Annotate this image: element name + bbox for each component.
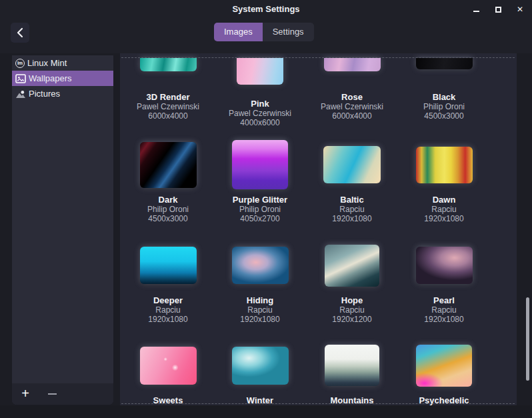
sidebar-item-wallpapers[interactable]: Wallpapers <box>12 71 113 86</box>
view-tabs: Images Settings <box>214 23 314 41</box>
wallpaper-thumbnail[interactable] <box>140 58 197 71</box>
wallpaper-item[interactable]: BlackPhilip Oroni4500x3000 <box>398 53 490 139</box>
close-button[interactable]: ✕ <box>515 4 525 15</box>
wallpaper-thumbnail[interactable] <box>140 247 197 284</box>
wallpaper-thumbnail[interactable] <box>324 58 381 71</box>
wallpaper-row: DeeperRapciu1920x1080HidingRapciu1920x10… <box>122 240 490 340</box>
wallpaper-item[interactable]: PinkPawel Czerwinski4000x6000 <box>214 53 306 139</box>
wallpaper-item[interactable]: Sweets <box>122 340 214 405</box>
wallpaper-author: Rapciu <box>339 305 364 315</box>
wallpaper-resolution: 1920x1080 <box>240 315 279 324</box>
wallpaper-resolution: 1920x1080 <box>424 315 463 324</box>
wallpaper-resolution: 1920x1080 <box>424 214 463 223</box>
minimize-icon <box>473 11 479 12</box>
wallpaper-item[interactable]: HidingRapciu1920x1080 <box>214 240 306 340</box>
wallpaper-author: Philip Oroni <box>147 205 189 214</box>
scroll-edge-indicator-bottom <box>121 403 515 404</box>
wallpaper-thumbnail[interactable] <box>325 345 379 386</box>
thumbnail-zone <box>232 340 289 391</box>
sidebar-item-label: Wallpapers <box>29 73 72 83</box>
wallpapers-icon <box>15 74 26 83</box>
thumbnail-zone <box>140 340 197 391</box>
wallpaper-resolution: 4500x3000 <box>424 111 463 121</box>
wallpaper-item[interactable]: Winter <box>214 340 306 405</box>
wallpaper-name: Pink <box>251 99 269 109</box>
sidebar-toolbar: + <box>12 383 113 405</box>
wallpaper-author: Philip Oroni <box>423 102 465 111</box>
wallpaper-thumbnail[interactable] <box>232 247 289 284</box>
thumbnail-zone <box>140 240 197 291</box>
pictures-icon <box>15 89 26 99</box>
wallpaper-row: 3D RenderPawel Czerwinski6000x4000PinkPa… <box>122 53 490 139</box>
wallpaper-author: Philip Oroni <box>239 205 281 214</box>
wallpaper-name: Pearl <box>433 295 455 305</box>
wallpaper-name: Deeper <box>153 295 183 305</box>
wallpaper-item[interactable]: DawnRapciu1920x1080 <box>398 139 490 240</box>
wallpaper-name: Rose <box>341 92 363 102</box>
wallpaper-item[interactable]: HopeRapciu1920x1200 <box>306 240 398 340</box>
wallpaper-thumbnail[interactable] <box>237 58 283 85</box>
wallpaper-item[interactable]: DeeperRapciu1920x1080 <box>122 240 214 340</box>
wallpaper-thumbnail[interactable] <box>323 146 381 183</box>
wallpaper-name: Dark <box>159 195 178 205</box>
wallpaper-row: SweetsWinterMountainsPsychedelic <box>122 340 490 405</box>
window-bottom-edge <box>0 405 532 418</box>
wallpaper-item[interactable]: PearlRapciu1920x1080 <box>398 240 490 340</box>
wallpaper-item[interactable]: Psychedelic <box>398 340 490 405</box>
wallpaper-grid-viewport: 3D RenderPawel Czerwinski6000x4000PinkPa… <box>120 53 517 405</box>
wallpaper-name: Black <box>433 92 456 102</box>
wallpaper-item[interactable]: DarkPhilip Oroni4500x3000 <box>122 139 214 240</box>
wallpaper-author: Pawel Czerwinski <box>229 109 291 118</box>
thumbnail-zone <box>140 58 197 87</box>
wallpaper-thumbnail[interactable] <box>140 347 197 385</box>
minimize-button[interactable] <box>471 4 481 15</box>
maximize-button[interactable] <box>493 4 503 15</box>
sidebar: lm Linux Mint Wallpapers Pictures <box>12 55 113 405</box>
thumbnail-zone <box>232 240 289 291</box>
wallpaper-thumbnail[interactable] <box>416 247 473 284</box>
thumbnail-zone <box>416 139 473 190</box>
tab-settings[interactable]: Settings <box>263 23 314 41</box>
wallpaper-resolution: 6000x4000 <box>332 111 371 121</box>
headerbar: Images Settings <box>0 19 532 53</box>
thumbnail-zone <box>323 139 381 190</box>
wallpaper-thumbnail[interactable] <box>232 140 288 189</box>
wallpaper-resolution: 4000x6000 <box>240 118 279 127</box>
wallpaper-author: Rapciu <box>247 305 272 315</box>
tab-images[interactable]: Images <box>214 23 263 41</box>
add-folder-button[interactable]: + <box>12 383 39 405</box>
wallpaper-author: Rapciu <box>339 205 364 214</box>
wallpaper-item[interactable]: Mountains <box>306 340 398 405</box>
sidebar-item-label: Pictures <box>29 89 60 99</box>
sidebar-item-pictures[interactable]: Pictures <box>12 86 113 101</box>
sidebar-item-linux-mint[interactable]: lm Linux Mint <box>12 55 113 71</box>
thumbnail-zone <box>325 340 379 391</box>
wallpaper-thumbnail[interactable] <box>416 147 473 183</box>
wallpaper-thumbnail[interactable] <box>232 347 289 385</box>
thumbnail-zone <box>325 240 379 291</box>
close-icon: ✕ <box>517 4 523 15</box>
wallpaper-resolution: 1920x1200 <box>332 315 371 324</box>
wallpaper-name: Hiding <box>247 295 273 305</box>
wallpaper-thumbnail[interactable] <box>325 245 379 287</box>
back-button[interactable] <box>11 23 29 43</box>
remove-folder-button[interactable] <box>39 383 65 405</box>
wallpaper-name: Purple Glitter <box>233 195 287 205</box>
wallpaper-author: Rapciu <box>155 305 180 315</box>
wallpaper-name: Baltic <box>340 195 363 205</box>
linuxmint-logo-icon: lm <box>15 59 25 68</box>
wallpaper-item[interactable]: 3D RenderPawel Czerwinski6000x4000 <box>122 53 214 139</box>
wallpaper-item[interactable]: RosePawel Czerwinski6000x4000 <box>306 53 398 139</box>
wallpaper-name: Hope <box>341 295 363 305</box>
wallpaper-author: Rapciu <box>431 205 456 214</box>
wallpaper-author: Pawel Czerwinski <box>137 102 199 111</box>
wallpaper-item[interactable]: BalticRapciu1920x1080 <box>306 139 398 240</box>
wallpaper-resolution: 6000x4000 <box>148 111 187 121</box>
wallpaper-thumbnail[interactable] <box>416 345 472 387</box>
wallpaper-thumbnail[interactable] <box>140 142 197 188</box>
vertical-scrollbar[interactable] <box>526 297 529 381</box>
wallpaper-thumbnail[interactable] <box>416 58 473 69</box>
source-list: lm Linux Mint Wallpapers Pictures <box>12 55 113 383</box>
thumbnail-zone <box>416 340 472 391</box>
wallpaper-item[interactable]: Purple GlitterPhilip Oroni4050x2700 <box>214 139 306 240</box>
